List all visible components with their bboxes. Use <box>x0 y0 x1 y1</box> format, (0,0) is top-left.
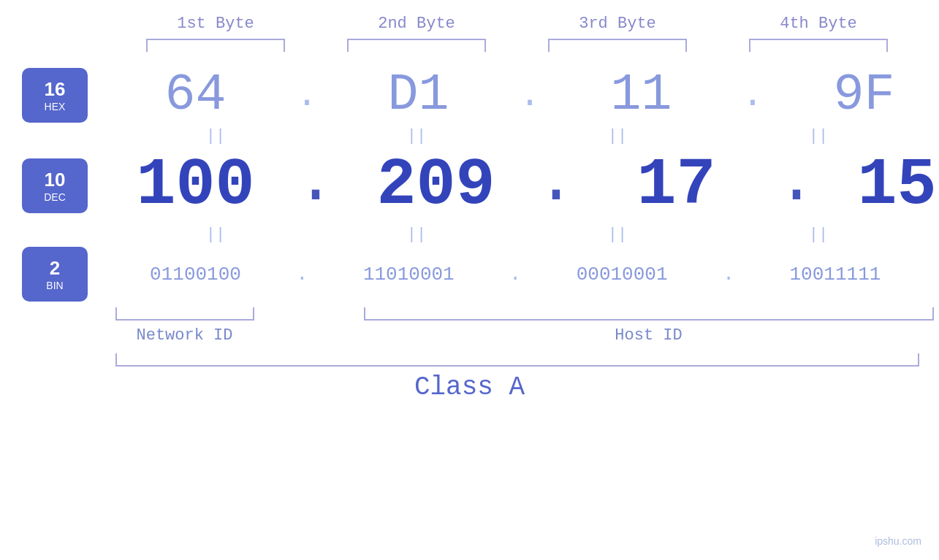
network-bracket <box>115 307 254 321</box>
dec-base-label: DEC <box>44 191 66 203</box>
dec-dot-3: . <box>777 145 816 219</box>
hex-val-4: 9F <box>764 66 939 124</box>
dec-dot-2: . <box>536 145 576 219</box>
bracket-cell-3 <box>517 39 718 52</box>
class-a-label: Class A <box>414 372 525 402</box>
dec-badge: 10 DEC <box>22 158 88 213</box>
dec-val-1: 100 <box>95 148 296 223</box>
equals-1-3: || <box>517 127 718 145</box>
dec-base-number: 10 <box>45 169 66 191</box>
hex-dot-3: . <box>742 74 764 116</box>
equals-1-2: || <box>316 127 517 145</box>
equals-2-2: || <box>316 226 517 244</box>
host-bracket <box>364 307 934 321</box>
byte-headers: 1st Byte 2nd Byte 3rd Byte 4th Byte <box>115 15 919 33</box>
bin-dot-3: . <box>723 263 735 285</box>
equals-1-4: || <box>718 127 919 145</box>
dec-byte1: 100 <box>136 148 254 223</box>
dec-byte2: 209 <box>377 148 495 223</box>
bracket-top-1 <box>146 39 285 52</box>
bin-val-1: 01100100 <box>95 264 296 285</box>
bin-val-2: 11010001 <box>308 264 509 285</box>
bin-badge: 2 BIN <box>22 247 88 302</box>
hex-dot-1: . <box>296 74 318 116</box>
bin-dot-1: . <box>296 263 308 285</box>
class-label-row: Class A <box>0 372 939 402</box>
watermark: ipshu.com <box>875 535 921 547</box>
class-bracket <box>115 353 919 367</box>
bin-byte1: 01100100 <box>150 264 241 285</box>
bracket-top-4 <box>749 39 888 52</box>
hex-dot-2: . <box>519 74 541 116</box>
network-id-cell: Network ID <box>84 326 285 345</box>
dec-values-row: 100 . 209 . 17 . 159 <box>95 148 939 223</box>
hex-byte4: 9F <box>834 66 895 124</box>
hex-byte3: 11 <box>611 66 672 124</box>
dec-byte4: 159 <box>858 148 939 223</box>
hex-base-number: 16 <box>45 78 66 101</box>
bin-base-label: BIN <box>46 280 63 291</box>
top-brackets <box>115 39 919 52</box>
byte1-header: 1st Byte <box>115 15 316 33</box>
hex-byte2: D1 <box>388 66 449 124</box>
equals-2-1: || <box>115 226 316 244</box>
byte4-header: 4th Byte <box>718 15 919 33</box>
hex-byte1: 64 <box>164 66 226 124</box>
bin-byte2: 11010001 <box>363 264 455 285</box>
bin-base-number: 2 <box>50 257 60 280</box>
bracket-cell-1 <box>115 39 316 52</box>
bin-row: 2 BIN 01100100 . 11010001 . 00010001 . 1… <box>0 247 939 302</box>
hex-values-row: 64 . D1 . 11 . 9F <box>95 66 939 124</box>
bin-byte4: 10011111 <box>790 264 881 285</box>
host-id-cell: Host ID <box>347 326 939 345</box>
host-bracket-cell <box>347 307 939 321</box>
dec-row: 10 DEC 100 . 209 . 17 . 159 <box>0 148 939 223</box>
dec-val-3: 17 <box>576 148 777 223</box>
bin-val-3: 00010001 <box>522 264 723 285</box>
bottom-brackets-row <box>84 307 939 321</box>
bracket-cell-4 <box>718 39 919 52</box>
hex-row: 16 HEX 64 . D1 . 11 . 9F <box>0 66 939 124</box>
bin-byte3: 00010001 <box>577 264 668 285</box>
bracket-top-2 <box>347 39 486 52</box>
equals-1-1: || <box>115 127 316 145</box>
dec-val-4: 159 <box>816 148 939 223</box>
dec-byte3: 17 <box>637 148 716 223</box>
id-labels-row: Network ID Host ID <box>84 326 939 345</box>
hex-val-3: 11 <box>541 66 742 124</box>
hex-badge: 16 HEX <box>22 68 88 123</box>
dec-val-2: 209 <box>335 148 536 223</box>
bracket-top-3 <box>548 39 687 52</box>
hex-val-1: 64 <box>95 66 296 124</box>
dec-dot-1: . <box>296 145 335 219</box>
bracket-spacer <box>285 307 347 321</box>
hex-val-2: D1 <box>318 66 519 124</box>
hex-base-label: HEX <box>45 101 66 112</box>
host-id-label: Host ID <box>615 326 682 345</box>
byte3-header: 3rd Byte <box>517 15 718 33</box>
network-id-label: Network ID <box>136 326 232 345</box>
bin-dot-2: . <box>509 263 522 285</box>
main-container: 1st Byte 2nd Byte 3rd Byte 4th Byte 16 H… <box>0 0 939 560</box>
equals-row-2: || || || || <box>115 223 919 247</box>
network-bracket-cell <box>84 307 285 321</box>
id-label-spacer <box>285 326 347 345</box>
equals-2-4: || <box>718 226 919 244</box>
bin-values-row: 01100100 . 11010001 . 00010001 . 1001111… <box>95 263 939 285</box>
class-bracket-container <box>115 353 919 367</box>
bin-val-4: 10011111 <box>734 264 935 285</box>
bracket-cell-2 <box>316 39 517 52</box>
byte2-header: 2nd Byte <box>316 15 517 33</box>
equals-2-3: || <box>517 226 718 244</box>
